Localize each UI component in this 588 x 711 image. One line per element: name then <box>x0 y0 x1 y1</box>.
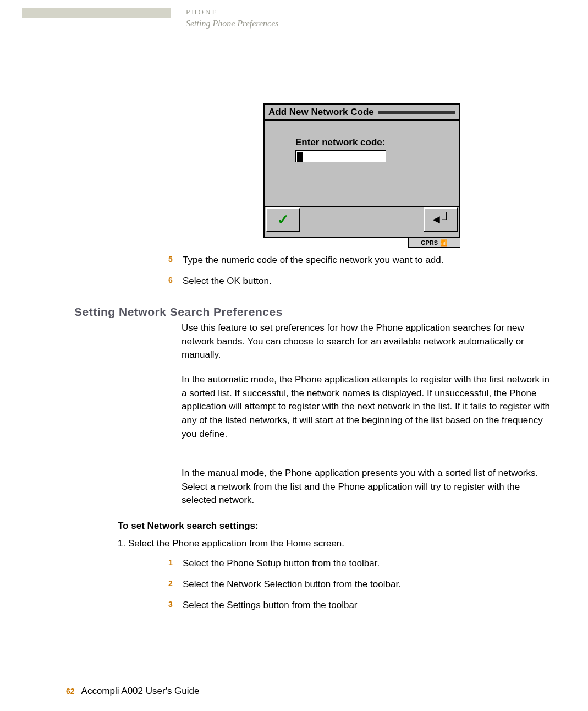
header-title: PHONE <box>186 8 279 17</box>
content-steps-top: 5 Type the numeric code of the specific … <box>168 254 553 296</box>
procedure-main-item: 1. Select the Phone application from the… <box>118 538 344 549</box>
section-heading: Setting Network Search Preferences <box>74 305 283 319</box>
body-paragraph-2: In the automatic mode, the Phone applica… <box>182 373 556 441</box>
back-button[interactable]: ◄┘ <box>424 207 458 232</box>
dialog-body: Enter network code: <box>265 121 459 206</box>
page-footer: 62 Accompli A002 User's Guide <box>66 686 199 697</box>
step-item: 6 Select the OK button. <box>168 275 553 288</box>
body-paragraph-1: Use this feature to set preferences for … <box>182 321 556 362</box>
ok-button[interactable]: ✓ <box>266 207 300 232</box>
page-number: 62 <box>66 687 75 696</box>
substep-text: Select the Phone Setup button from the t… <box>183 557 380 570</box>
header-gray-bar <box>22 8 171 18</box>
add-network-dialog: Add New Network Code Enter network code:… <box>263 103 460 238</box>
dialog-title: Add New Network Code <box>268 107 374 118</box>
page-header: PHONE Setting Phone Preferences <box>186 8 279 29</box>
guide-title: Accompli A002 User's Guide <box>81 686 200 697</box>
section-heading-wrap: Setting Network Search Preferences <box>74 305 283 319</box>
back-arrow-icon: ◄┘ <box>430 212 450 227</box>
procedure-heading: To set Network search settings: <box>118 521 259 532</box>
substep-item: 3 Select the Settings button from the to… <box>168 599 553 612</box>
step-number: 5 <box>168 254 183 267</box>
substep-number: 2 <box>168 578 183 591</box>
status-bar: GPRS 📶 <box>408 238 460 248</box>
substep-item: 1 Select the Phone Setup button from the… <box>168 557 553 570</box>
dialog-titlebar: Add New Network Code <box>265 105 459 121</box>
substep-number: 1 <box>168 557 183 570</box>
step-text: Type the numeric code of the specific ne… <box>183 254 443 267</box>
substep-item: 2 Select the Network Selection button fr… <box>168 578 553 591</box>
substep-text: Select the Settings button from the tool… <box>183 599 358 612</box>
network-code-input[interactable] <box>295 150 386 162</box>
dialog-footer: ✓ ◄┘ <box>265 206 459 232</box>
substeps-wrap: 1 Select the Phone Setup button from the… <box>168 557 553 619</box>
substep-text: Select the Network Selection button from… <box>183 578 401 591</box>
antenna-icon: 📶 <box>440 239 448 247</box>
step-number: 6 <box>168 275 183 288</box>
step-text: Select the OK button. <box>183 275 272 288</box>
header-subtitle: Setting Phone Preferences <box>186 19 279 29</box>
gprs-label: GPRS <box>421 239 438 246</box>
substep-number: 3 <box>168 599 183 612</box>
dialog-prompt: Enter network code: <box>295 137 448 148</box>
text-cursor <box>297 152 303 162</box>
titlebar-decoration <box>378 111 455 114</box>
body-paragraph-3: In the manual mode, the Phone applicatio… <box>182 467 556 507</box>
check-icon: ✓ <box>277 211 289 228</box>
step-item: 5 Type the numeric code of the specific … <box>168 254 553 267</box>
